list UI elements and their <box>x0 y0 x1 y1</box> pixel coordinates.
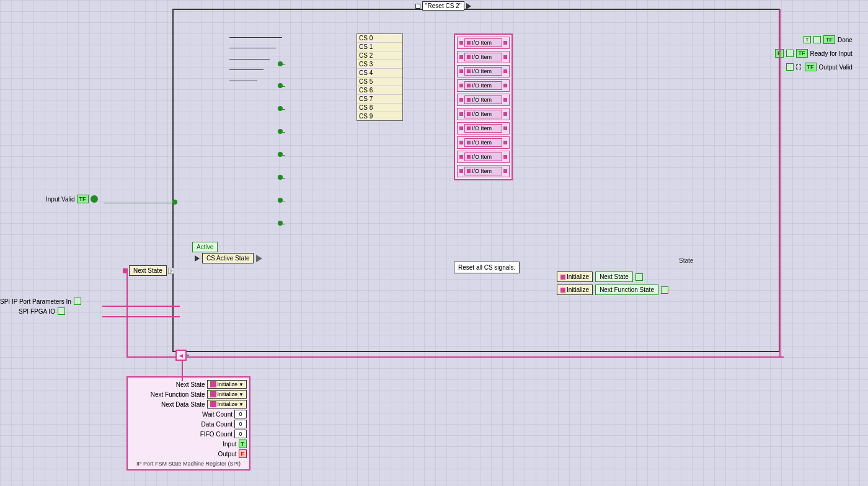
io-item-inner-0: I/O Item <box>464 38 502 47</box>
done-small-box: T <box>804 36 811 43</box>
io-items-frame: I/O Item I/O Item I/O Item <box>454 33 513 180</box>
io-item-0: I/O Item <box>457 37 510 49</box>
output-valid-dash <box>796 64 801 69</box>
cs-row-6: CS 6 <box>357 86 402 95</box>
io-connector-left-4 <box>459 98 463 102</box>
feedback-arrow-box: ◄ <box>175 350 187 361</box>
reset-cs2-arrow <box>466 3 471 9</box>
reset-cs2-icon <box>415 4 420 9</box>
green-dot-7 <box>278 221 283 226</box>
io-connector-right-9 <box>503 169 507 173</box>
fsm-dropdown-arrow-nfs: ▼ <box>239 392 244 397</box>
io-connector-right-3 <box>503 84 507 87</box>
io-item-inner-3: I/O Item <box>464 81 502 90</box>
io-dot-7 <box>467 141 471 144</box>
fsm-dropdown-next-func[interactable]: Initialize ▼ <box>207 390 247 399</box>
io-item-inner-6: I/O Item <box>464 124 502 133</box>
fsm-connector-nfs <box>210 391 216 397</box>
wire-cs0-io <box>229 37 282 38</box>
io-connector-right-4 <box>503 98 507 102</box>
io-item-3: I/O Item <box>457 79 510 92</box>
io-connector-left-7 <box>459 141 463 144</box>
io-dot-4 <box>467 98 471 102</box>
wire-cs3-io <box>229 69 264 70</box>
fsm-value-wait-count: 0 <box>234 410 247 418</box>
fsm-dropdown-next-data[interactable]: Initialize ▼ <box>207 400 247 409</box>
ready-indicator <box>786 50 794 57</box>
io-dot-3 <box>467 84 471 87</box>
io-connector-left-8 <box>459 155 463 159</box>
io-dot-6 <box>467 126 471 130</box>
fsm-dropdown-arrow-nds: ▼ <box>239 402 244 407</box>
io-dot-2 <box>467 69 471 73</box>
green-dot-1 <box>278 83 283 88</box>
fsm-row-fifo-count: FIFO Count 0 <box>130 430 247 438</box>
wire-cs4-io <box>229 81 257 81</box>
cs-row-1: CS 1 <box>357 43 402 51</box>
active-badge: Active <box>192 242 218 252</box>
input-valid-dot <box>91 195 98 203</box>
io-item-inner-2: I/O Item <box>464 67 502 76</box>
fsm-connector-ns <box>210 381 216 387</box>
io-connector-right-7 <box>503 141 507 144</box>
fsm-box: Next State Initialize ▼ Next Function St… <box>126 376 250 471</box>
init-box-1: Initialize <box>557 272 593 282</box>
io-item-9: I/O Item <box>457 165 510 177</box>
init-box-2: Initialize <box>557 285 593 295</box>
fsm-dropdown-arrow-ns: ▼ <box>239 382 244 387</box>
done-tf: TF <box>823 35 835 44</box>
io-dot-5 <box>467 112 471 116</box>
next-state-indicator <box>636 273 643 281</box>
next-func-indicator <box>661 286 668 294</box>
io-item-1: I/O Item <box>457 51 510 63</box>
cs-row-8: CS 8 <box>357 104 402 112</box>
fsm-label-input: Input <box>223 441 236 448</box>
fsm-connector-nds <box>210 401 216 407</box>
io-connector-right-5 <box>503 112 507 116</box>
io-item-inner-1: I/O Item <box>464 53 502 61</box>
fsm-row-next-func: Next Function State Initialize ▼ <box>130 390 247 399</box>
spi-port-params-row: SPI IP Port Parameters In <box>0 298 81 305</box>
wire-bottom-h <box>126 356 784 358</box>
input-valid-area: Input Valid TF <box>46 195 98 203</box>
green-dot-3 <box>278 129 283 134</box>
io-item-6: I/O Item <box>457 122 510 135</box>
reset-cs2-label: "Reset CS 2" <box>415 1 471 11</box>
io-connector-right-0 <box>503 41 507 45</box>
reset-cs2-box: "Reset CS 2" <box>422 1 464 11</box>
output-valid-indicator <box>786 63 794 71</box>
green-dot-2 <box>278 106 283 111</box>
reset-cs-button[interactable]: Reset all CS signals. <box>454 262 520 273</box>
input-valid-connection-dot <box>172 200 177 205</box>
input-valid-tf: TF <box>77 195 89 203</box>
cs-row-5: CS 5 <box>357 77 402 86</box>
fsm-value-data-count: 0 <box>234 420 247 428</box>
io-connector-right-1 <box>503 55 507 59</box>
io-connector-right-8 <box>503 155 507 159</box>
io-dot-0 <box>467 41 471 45</box>
green-dot-0 <box>278 61 283 66</box>
fsm-label-next-state: Next State <box>176 381 205 388</box>
cs-block: CS 0 CS 1 CS 2 CS 3 CS 4 CS 5 CS 6 CS 7 … <box>356 33 403 121</box>
init-state-area: Initialize Next State Initialize Next Fu… <box>557 272 668 295</box>
cs-row-9: CS 9 <box>357 112 402 120</box>
fsm-row-output: Output F <box>130 449 247 458</box>
io-dot-9 <box>467 169 471 173</box>
ready-tf: TF <box>796 49 808 58</box>
fsm-row-input: Input T <box>130 440 247 448</box>
wire-right-v <box>779 9 781 356</box>
output-valid-row: TF Output Valid <box>775 63 852 71</box>
io-item-inner-4: I/O Item <box>464 95 502 104</box>
spi-fpga-io-row: SPI FPGA IO <box>0 307 81 315</box>
cs-row-7: CS 7 <box>357 95 402 104</box>
fsm-label-next-data: Next Data State <box>161 401 205 408</box>
fsm-dropdown-next-state[interactable]: Initialize ▼ <box>207 380 247 389</box>
state-text: State <box>679 257 693 264</box>
next-state-left-box: Next State <box>129 265 167 276</box>
fsm-value-fifo-count: 0 <box>234 430 247 438</box>
cs-active-state-area: CS Active State <box>195 253 262 263</box>
output-valid-tf: TF <box>805 63 817 71</box>
wire-cs1-io <box>229 48 276 48</box>
fsm-row-next-state: Next State Initialize ▼ <box>130 380 247 389</box>
question-mark: ? <box>168 268 174 274</box>
